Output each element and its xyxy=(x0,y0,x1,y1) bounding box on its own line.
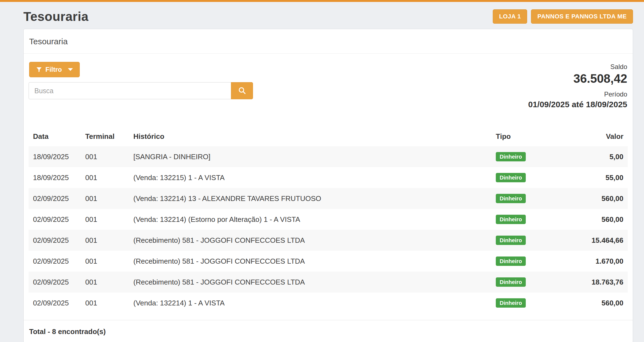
table-row[interactable]: 02/09/2025 001 (Recebimento) 581 - JOGGO… xyxy=(29,272,628,293)
cell-tipo: Dinheiro xyxy=(491,167,546,188)
filter-search-group: Filtro xyxy=(29,62,253,99)
cell-terminal: 001 xyxy=(81,230,129,251)
cell-data: 02/09/2025 xyxy=(29,251,81,272)
cell-valor: 18.763,76 xyxy=(546,272,628,293)
filter-label: Filtro xyxy=(45,66,62,73)
tipo-badge: Dinheiro xyxy=(496,277,526,287)
column-header-terminal: Terminal xyxy=(81,128,129,146)
cell-tipo: Dinheiro xyxy=(491,146,546,167)
periodo-label: Período xyxy=(528,90,627,98)
cell-data: 02/09/2025 xyxy=(29,272,81,293)
toolbar-row: Filtro Saldo xyxy=(29,54,628,109)
table-header: Data Terminal Histórico Tipo Valor xyxy=(29,128,628,146)
saldo-label: Saldo xyxy=(528,63,627,71)
table-row[interactable]: 18/09/2025 001 [SANGRIA - DINHEIRO] Dinh… xyxy=(29,146,628,167)
search-button[interactable] xyxy=(231,82,253,99)
table-row[interactable]: 18/09/2025 001 (Venda: 132215) 1 - A VIS… xyxy=(29,167,628,188)
search-icon xyxy=(238,86,246,95)
tipo-badge: Dinheiro xyxy=(496,298,526,308)
cell-tipo: Dinheiro xyxy=(491,188,546,209)
column-header-historico: Histórico xyxy=(129,128,491,146)
cell-historico: (Recebimento) 581 - JOGGOFI CONFECCOES L… xyxy=(129,230,491,251)
search-input[interactable] xyxy=(29,82,231,99)
cell-valor: 55,00 xyxy=(546,167,628,188)
header-buttons: LOJA 1 PANNOS E PANNOS LTDA ME xyxy=(493,9,633,24)
page-header: Tesouraria LOJA 1 PANNOS E PANNOS LTDA M… xyxy=(0,2,644,29)
cell-historico: [SANGRIA - DINHEIRO] xyxy=(129,146,491,167)
cell-tipo: Dinheiro xyxy=(491,272,546,293)
cell-data: 18/09/2025 xyxy=(29,167,81,188)
cell-terminal: 001 xyxy=(81,251,129,272)
periodo-value: 01/09/2025 até 18/09/2025 xyxy=(528,100,627,109)
cell-terminal: 001 xyxy=(81,209,129,230)
column-header-data: Data xyxy=(29,128,81,146)
column-header-valor: Valor xyxy=(546,128,628,146)
cell-tipo: Dinheiro xyxy=(491,230,546,251)
saldo-value: 36.508,42 xyxy=(528,72,627,85)
cell-data: 02/09/2025 xyxy=(29,230,81,251)
chevron-down-icon xyxy=(68,68,73,71)
card-body: Filtro Saldo xyxy=(24,54,633,313)
cell-historico: (Venda: 132214) (Estorno por Alteração) … xyxy=(129,209,491,230)
store-button[interactable]: LOJA 1 xyxy=(493,9,527,24)
search-group xyxy=(29,82,253,99)
cell-tipo: Dinheiro xyxy=(491,293,546,313)
total-count: Total - 8 encontrado(s) xyxy=(29,327,106,336)
cell-tipo: Dinheiro xyxy=(491,251,546,272)
cell-terminal: 001 xyxy=(81,146,129,167)
summary-panel: Saldo 36.508,42 Período 01/09/2025 até 1… xyxy=(528,62,628,109)
cell-valor: 560,00 xyxy=(546,293,628,313)
filter-funnel-icon xyxy=(36,67,42,73)
card-footer: Total - 8 encontrado(s) xyxy=(24,320,633,342)
table-row[interactable]: 02/09/2025 001 (Recebimento) 581 - JOGGO… xyxy=(29,230,628,251)
cell-historico: (Venda: 132215) 1 - A VISTA xyxy=(129,167,491,188)
card-header: Tesouraria xyxy=(24,29,633,54)
transactions-table: Data Terminal Histórico Tipo Valor 18/09… xyxy=(29,128,628,313)
tipo-badge: Dinheiro xyxy=(496,194,526,203)
cell-valor: 560,00 xyxy=(546,188,628,209)
table-row[interactable]: 02/09/2025 001 (Recebimento) 581 - JOGGO… xyxy=(29,251,628,272)
tesouraria-card: Tesouraria Filtro xyxy=(23,29,633,342)
cell-data: 02/09/2025 xyxy=(29,209,81,230)
tipo-badge: Dinheiro xyxy=(496,173,526,182)
cell-data: 02/09/2025 xyxy=(29,293,81,313)
table-row[interactable]: 02/09/2025 001 (Venda: 132214) 1 - A VIS… xyxy=(29,293,628,313)
table-row[interactable]: 02/09/2025 001 (Venda: 132214) (Estorno … xyxy=(29,209,628,230)
cell-historico: (Venda: 132214) 1 - A VISTA xyxy=(129,293,491,313)
table-body: 18/09/2025 001 [SANGRIA - DINHEIRO] Dinh… xyxy=(29,146,628,313)
page-title: Tesouraria xyxy=(23,9,89,24)
cell-tipo: Dinheiro xyxy=(491,209,546,230)
tipo-badge: Dinheiro xyxy=(496,152,526,161)
cell-valor: 15.464,66 xyxy=(546,230,628,251)
filter-dropdown-button[interactable]: Filtro xyxy=(29,62,80,77)
cell-terminal: 001 xyxy=(81,188,129,209)
cell-historico: (Venda: 132214) 13 - ALEXANDRE TAVARES F… xyxy=(129,188,491,209)
top-accent-bar xyxy=(0,0,644,2)
cell-valor: 5,00 xyxy=(546,146,628,167)
tipo-badge: Dinheiro xyxy=(496,256,526,266)
tipo-badge: Dinheiro xyxy=(496,215,526,224)
cell-historico: (Recebimento) 581 - JOGGOFI CONFECCOES L… xyxy=(129,272,491,293)
cell-terminal: 001 xyxy=(81,272,129,293)
table-row[interactable]: 02/09/2025 001 (Venda: 132214) 13 - ALEX… xyxy=(29,188,628,209)
cell-valor: 1.670,00 xyxy=(546,251,628,272)
company-button[interactable]: PANNOS E PANNOS LTDA ME xyxy=(531,9,633,24)
card-title: Tesouraria xyxy=(29,37,68,46)
cell-historico: (Recebimento) 581 - JOGGOFI CONFECCOES L… xyxy=(129,251,491,272)
cell-data: 18/09/2025 xyxy=(29,146,81,167)
tipo-badge: Dinheiro xyxy=(496,236,526,245)
cell-terminal: 001 xyxy=(81,167,129,188)
column-header-tipo: Tipo xyxy=(491,128,546,146)
cell-terminal: 001 xyxy=(81,293,129,313)
cell-valor: 560,00 xyxy=(546,209,628,230)
cell-data: 02/09/2025 xyxy=(29,188,81,209)
